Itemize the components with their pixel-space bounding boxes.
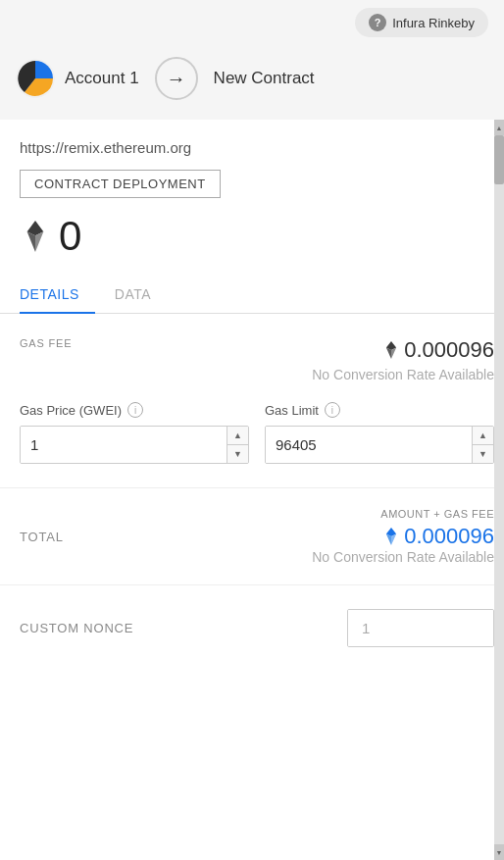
gas-fee-value: 0.000096 [404, 337, 494, 363]
amount-plus-gas-label: AMOUNT + GAS FEE [20, 508, 494, 520]
gas-price-group: Gas Price (GWEI) i ▲ ▼ [20, 402, 249, 464]
scrollbar-up-arrow[interactable]: ▲ [494, 120, 504, 135]
new-contract-label: New Contract [214, 69, 315, 88]
gas-limit-info-icon[interactable]: i [325, 402, 340, 418]
tabs-row: DETAILS DATA [0, 277, 504, 314]
gas-price-info-icon[interactable]: i [127, 402, 143, 418]
gas-price-input[interactable] [21, 427, 227, 463]
avatar [16, 59, 55, 98]
custom-nonce-row: CUSTOM NONCE ▲ ▼ [20, 609, 494, 647]
scrollbar-down-arrow[interactable]: ▼ [494, 844, 504, 860]
eth-diamond-icon-large [20, 221, 51, 252]
gas-fee-section: GAS FEE 0.000096 [20, 337, 494, 363]
gas-limit-spinner: ▲ ▼ [472, 427, 493, 463]
arrow-icon: → [167, 68, 186, 90]
total-no-conversion: No Conversion Rate Available [20, 549, 494, 565]
header-row: Account 1 → New Contract [0, 45, 504, 120]
scrollbar[interactable]: ▲ ▼ [494, 120, 504, 860]
tab-details[interactable]: DETAILS [20, 277, 95, 314]
gas-limit-increment[interactable]: ▲ [473, 427, 493, 445]
account-name: Account 1 [65, 69, 139, 88]
gas-limit-group: Gas Limit i ▲ ▼ [265, 402, 494, 464]
eth-amount-zero: 0 [59, 216, 81, 257]
gas-limit-label-row: Gas Limit i [265, 402, 494, 418]
gas-fee-amount: 0.000096 [382, 337, 494, 363]
divider-2 [0, 584, 504, 585]
gas-price-input-wrapper: ▲ ▼ [20, 426, 249, 464]
gas-limit-decrement[interactable]: ▼ [473, 445, 493, 463]
help-icon[interactable]: ? [369, 14, 386, 31]
top-bar: ? Infura Rinkeby [0, 0, 504, 45]
avatar-svg [16, 59, 55, 98]
gas-price-spinner: ▲ ▼ [227, 427, 248, 463]
total-value: 0.000096 [404, 524, 494, 549]
contract-deployment-badge: CONTRACT DEPLOYMENT [20, 170, 221, 198]
scrollbar-thumb[interactable] [494, 135, 504, 184]
gas-price-increment[interactable]: ▲ [227, 427, 248, 445]
total-row: TOTAL 0.000096 [20, 524, 494, 549]
eth-diamond-icon-total [382, 528, 400, 545]
gas-inputs-row: Gas Price (GWEI) i ▲ ▼ Gas Limit i [20, 402, 494, 464]
account-info: Account 1 [16, 59, 139, 98]
network-label: Infura Rinkeby [392, 16, 475, 30]
arrow-circle: → [155, 57, 198, 100]
gas-price-decrement[interactable]: ▼ [227, 445, 248, 463]
main-content-wrapper: https://remix.ethereum.org CONTRACT DEPL… [0, 120, 504, 860]
gas-price-label-row: Gas Price (GWEI) i [20, 402, 249, 418]
url-line: https://remix.ethereum.org [20, 139, 494, 156]
gas-price-label: Gas Price (GWEI) [20, 403, 122, 418]
scrollbar-track [494, 135, 504, 844]
tab-data[interactable]: DATA [115, 277, 167, 313]
custom-nonce-label: CUSTOM NONCE [20, 621, 133, 635]
divider-1 [0, 487, 504, 488]
total-amount: 0.000096 [382, 524, 494, 549]
main-content: https://remix.ethereum.org CONTRACT DEPL… [0, 120, 504, 860]
gas-limit-input-wrapper: ▲ ▼ [265, 426, 494, 464]
gas-fee-label: GAS FEE [20, 337, 72, 349]
gas-fee-no-conversion: No Conversion Rate Available [20, 367, 494, 382]
total-section: AMOUNT + GAS FEE TOTAL 0.000096 No Conve… [20, 508, 494, 565]
eth-diamond-icon-small [382, 341, 400, 359]
total-label: TOTAL [20, 530, 64, 544]
network-badge[interactable]: ? Infura Rinkeby [355, 8, 488, 37]
nonce-input-wrapper: ▲ ▼ [347, 609, 494, 647]
gas-limit-label: Gas Limit [265, 403, 319, 418]
nonce-input[interactable] [348, 610, 494, 646]
eth-amount-row: 0 [20, 216, 494, 257]
gas-limit-input[interactable] [266, 427, 472, 463]
